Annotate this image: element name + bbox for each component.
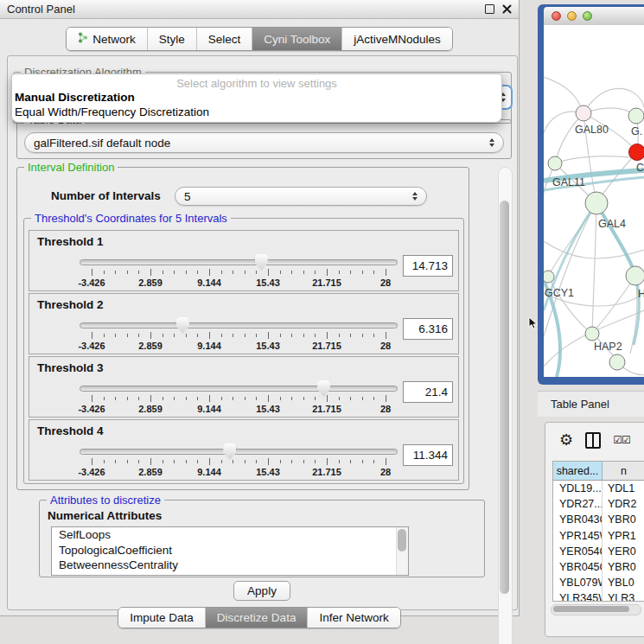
slider-tick: [280, 397, 281, 400]
table-cell[interactable]: YBR043C: [553, 512, 603, 527]
threshold-4-value-field[interactable]: [403, 444, 453, 466]
table-row[interactable]: YLR345WYLR3: [553, 590, 644, 602]
slider-axis-label: 15.43: [256, 277, 280, 288]
threshold-4-slider[interactable]: -3.4262.8599.14415.4321.71528: [80, 443, 398, 479]
table-row[interactable]: YBL079WYBL0: [553, 575, 644, 590]
control-panel-title: Control Panel: [7, 3, 75, 16]
table-row[interactable]: YDR27...YDR2: [553, 496, 644, 512]
node-topright[interactable]: [628, 108, 644, 124]
tab-style[interactable]: Style: [147, 28, 196, 50]
table-cell[interactable]: YLR3: [603, 590, 644, 602]
table-row[interactable]: YER054CYER0: [553, 544, 644, 559]
slider-track[interactable]: [80, 386, 398, 392]
attributes-scrollbar[interactable]: [396, 527, 408, 575]
table-row[interactable]: YBR045CYBR0: [553, 559, 644, 575]
gear-icon[interactable]: ⚙: [559, 432, 573, 448]
minimize-traffic-light-icon[interactable]: [567, 11, 577, 21]
table-horizontal-scrollbar-thumb[interactable]: [553, 606, 629, 612]
table-row[interactable]: YBR043CYBR0: [553, 512, 644, 527]
table-cell[interactable]: YDR2: [603, 496, 644, 512]
tab-network[interactable]: Network: [67, 28, 147, 50]
tab-cyni-toolbox[interactable]: Cyni Toolbox: [252, 28, 341, 50]
node-gal4[interactable]: [585, 192, 608, 214]
slider-axis-label: -3.426: [78, 341, 105, 351]
threshold-2-value-field[interactable]: [403, 318, 453, 340]
tab-jactivemnodules[interactable]: jActiveMNodules: [341, 28, 452, 50]
threshold-3-value-field[interactable]: [403, 381, 453, 403]
threshold-3-slider[interactable]: -3.4262.8599.14415.4321.71528: [80, 379, 398, 416]
slider-tick: [197, 334, 198, 337]
tab-discretize-data[interactable]: Discretize Data: [205, 608, 308, 628]
slider-tick-labels: -3.4262.8599.14415.4321.71528: [80, 341, 398, 351]
label-gal80: GAL80: [575, 124, 609, 136]
slider-tick: [92, 332, 92, 339]
node-hap2[interactable]: [585, 327, 599, 341]
table-cell[interactable]: YBR0: [603, 559, 644, 575]
tab-impute-data[interactable]: Impute Data: [118, 608, 205, 628]
slider-axis-label: 28: [380, 341, 391, 351]
float-window-icon[interactable]: [485, 4, 494, 14]
slider-tick: [138, 397, 139, 400]
slider-track[interactable]: [80, 259, 398, 265]
column-layout-icon[interactable]: [585, 432, 601, 449]
node-gal80[interactable]: [576, 105, 591, 121]
table-cell[interactable]: YER054C: [553, 544, 603, 559]
tab-infer-network[interactable]: Infer Network: [307, 608, 399, 628]
network-window-titlebar[interactable]: [544, 7, 644, 25]
slider-axis-label: 15.43: [256, 341, 280, 351]
attribute-list-item[interactable]: SelfLoops: [52, 527, 408, 543]
table-cell[interactable]: YDL1: [603, 481, 644, 496]
node-gal11[interactable]: [548, 156, 562, 170]
select-columns-icon[interactable]: ☑☑: [613, 434, 630, 446]
menu-item-manual-discretization[interactable]: Manual Discretization: [12, 90, 501, 105]
label-rednode: C: [636, 162, 644, 174]
node-bottom[interactable]: [609, 354, 625, 370]
table-horizontal-scrollbar[interactable]: [551, 604, 641, 615]
node-red-selected[interactable]: [629, 144, 644, 161]
attribute-list-item[interactable]: TopologicalCoefficient: [52, 543, 408, 558]
table-data-combobox[interactable]: galFiltered.sif default node: [24, 132, 504, 153]
column-header-name[interactable]: n: [603, 462, 644, 480]
table-cell[interactable]: YPR1: [603, 528, 644, 544]
table-row[interactable]: YDL19...YDL1: [553, 481, 644, 496]
table-cell[interactable]: YPR145W: [553, 528, 603, 544]
slider-tick: [245, 271, 245, 274]
table-cell[interactable]: YBL079W: [553, 575, 603, 590]
zoom-traffic-light-icon[interactable]: [583, 11, 592, 21]
table-row[interactable]: YPR145WYPR1: [553, 528, 644, 544]
attributes-scrollbar-thumb[interactable]: [398, 529, 406, 552]
number-of-intervals-combobox[interactable]: 5: [175, 187, 427, 206]
network-canvas[interactable]: GAL80 G. C GAL11 GAL4 GCY1 H HAP2: [544, 25, 644, 377]
close-traffic-light-icon[interactable]: [552, 11, 561, 21]
node-h[interactable]: [626, 266, 644, 285]
attribute-list-item[interactable]: BetweennessCentrality: [52, 558, 408, 573]
number-of-intervals-value: 5: [184, 190, 191, 203]
table-panel-header: Table Panel: [538, 391, 644, 417]
table-cell[interactable]: YBR0: [603, 512, 644, 527]
close-icon[interactable]: [502, 4, 512, 14]
slider-track[interactable]: [80, 322, 398, 328]
menu-item-equal-width-frequency[interactable]: Equal Width/Frequency Discretization: [12, 105, 501, 119]
threshold-1-value-field[interactable]: [403, 255, 453, 277]
threshold-2-slider[interactable]: -3.4262.8599.14415.4321.71528: [80, 316, 398, 353]
slider-tick: [209, 395, 210, 402]
content-scrollbar[interactable]: [498, 167, 513, 644]
node-gcy1[interactable]: [544, 271, 554, 283]
tab-select[interactable]: Select: [196, 28, 252, 50]
column-header-shared[interactable]: shared...: [553, 462, 603, 480]
slider-axis-label: -3.426: [78, 277, 105, 288]
slider-track[interactable]: [80, 449, 398, 455]
apply-button[interactable]: Apply: [233, 581, 290, 601]
table-cell[interactable]: YBL0: [603, 575, 644, 590]
table-cell[interactable]: YER0: [603, 544, 644, 559]
table-cell[interactable]: YLR345W: [553, 590, 603, 602]
slider-tick: [163, 460, 163, 463]
content-scrollbar-thumb[interactable]: [500, 201, 509, 594]
table-data-value: galFiltered.sif default node: [34, 137, 170, 150]
table-cell[interactable]: YDR27...: [553, 496, 603, 512]
table-cell[interactable]: YDL19...: [553, 481, 603, 496]
numerical-attributes-list[interactable]: SelfLoopsTopologicalCoefficientBetweenne…: [51, 526, 409, 576]
table-cell[interactable]: YBR045C: [553, 559, 603, 575]
threshold-1-slider[interactable]: -3.4262.8599.14415.4321.71528: [80, 253, 398, 290]
slider-ticks: [80, 269, 398, 277]
